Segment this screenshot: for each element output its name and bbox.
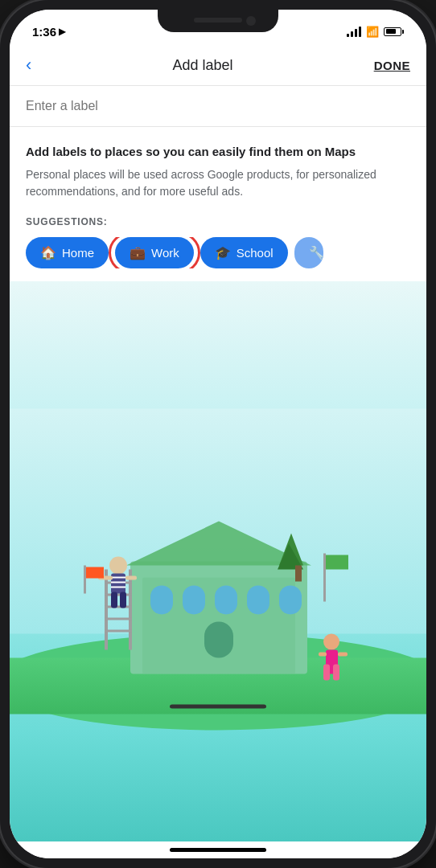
back-button[interactable]: ‹ xyxy=(26,55,31,76)
svg-rect-15 xyxy=(323,554,326,602)
notch xyxy=(158,10,278,32)
svg-rect-20 xyxy=(333,665,339,681)
svg-rect-28 xyxy=(105,618,132,620)
svg-rect-14 xyxy=(295,566,302,582)
home-bar xyxy=(10,841,426,858)
time-display: 1:36 xyxy=(32,25,56,39)
svg-rect-29 xyxy=(105,630,132,633)
svg-rect-39 xyxy=(84,566,86,594)
svg-rect-41 xyxy=(170,705,266,709)
info-title: Add labels to places so you can easily f… xyxy=(26,143,410,160)
svg-rect-36 xyxy=(120,592,126,608)
suggestions-row: 🏠 Home 💼 Work 🎓 School xyxy=(26,237,410,268)
signal-icon xyxy=(347,27,361,37)
suggestion-chip-home[interactable]: 🏠 Home xyxy=(26,237,109,268)
suggestion-chip-work[interactable]: 💼 Work xyxy=(115,237,194,268)
label-input-area xyxy=(10,86,426,127)
info-section: Add labels to places so you can easily f… xyxy=(10,127,426,210)
svg-rect-9 xyxy=(279,586,302,615)
phone-frame: 1:36 ▶ 📶 ‹ xyxy=(0,0,436,868)
phone-screen: 1:36 ▶ 📶 ‹ xyxy=(10,10,426,858)
battery-icon xyxy=(384,27,404,36)
status-bar: 1:36 ▶ 📶 xyxy=(10,10,426,45)
home-icon: 🏠 xyxy=(40,245,56,260)
svg-rect-21 xyxy=(319,653,327,657)
suggestion-chip-school[interactable]: 🎓 School xyxy=(200,237,288,268)
svg-point-30 xyxy=(109,557,127,575)
info-description: Personal places will be used across Goog… xyxy=(26,166,410,200)
svg-rect-10 xyxy=(204,622,233,658)
home-indicator xyxy=(170,848,266,852)
svg-rect-38 xyxy=(125,576,137,580)
svg-rect-31 xyxy=(111,574,125,594)
nav-bar: ‹ Add label DONE xyxy=(10,45,426,86)
notch-camera xyxy=(246,16,256,26)
illustration-area xyxy=(10,281,426,841)
suggestion-chip-work-wrapper: 💼 Work xyxy=(115,237,194,268)
location-icon: ▶ xyxy=(59,27,65,37)
svg-point-17 xyxy=(323,634,339,650)
suggestions-label: SUGGESTIONS: xyxy=(26,216,410,227)
svg-rect-7 xyxy=(215,586,237,615)
home-chip-label: Home xyxy=(62,246,94,260)
svg-rect-16 xyxy=(326,555,348,570)
label-input[interactable] xyxy=(26,99,410,113)
gym-icon: 🔧 xyxy=(309,245,323,260)
svg-rect-19 xyxy=(323,665,330,681)
wifi-icon: 📶 xyxy=(366,26,379,38)
svg-rect-22 xyxy=(338,653,348,657)
done-button[interactable]: DONE xyxy=(374,59,410,72)
svg-rect-6 xyxy=(183,586,205,615)
status-time: 1:36 ▶ xyxy=(32,25,65,39)
svg-rect-8 xyxy=(247,586,269,615)
work-chip-label: Work xyxy=(151,246,179,260)
page-title: Add label xyxy=(172,57,232,74)
svg-rect-5 xyxy=(150,586,173,615)
svg-rect-27 xyxy=(105,606,132,608)
svg-rect-40 xyxy=(86,567,104,579)
work-icon: 💼 xyxy=(130,245,146,260)
suggestion-chip-gym[interactable]: 🔧 xyxy=(294,237,323,268)
school-chip-label: School xyxy=(237,246,274,260)
notch-speaker xyxy=(194,18,242,23)
svg-rect-26 xyxy=(105,594,132,596)
status-icons: 📶 xyxy=(347,26,404,38)
illustration-svg xyxy=(10,281,426,841)
suggestions-section: SUGGESTIONS: 🏠 Home 💼 Work 🎓 xyxy=(10,210,426,281)
svg-rect-35 xyxy=(111,592,117,608)
school-icon: 🎓 xyxy=(215,245,231,260)
